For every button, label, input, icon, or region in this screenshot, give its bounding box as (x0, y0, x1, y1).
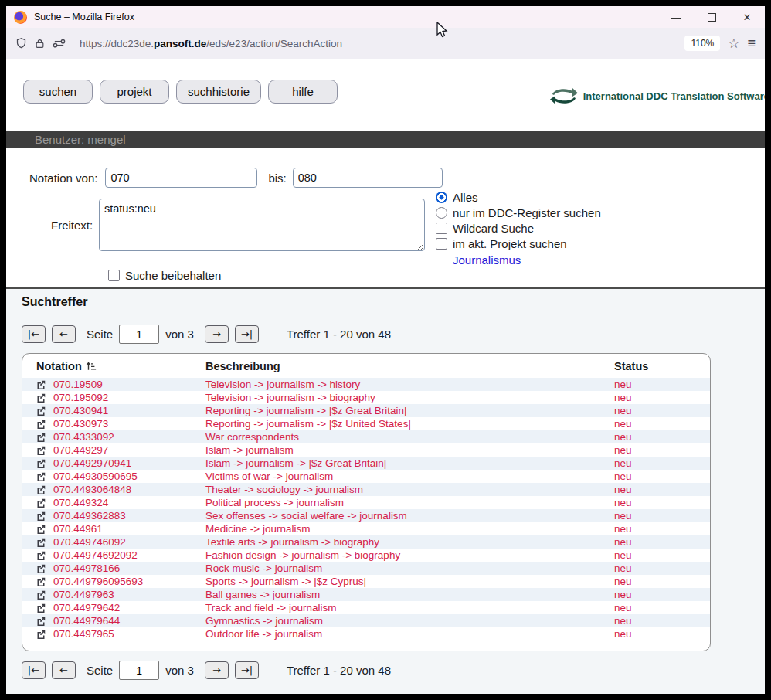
notation-link[interactable]: 070.44978166 (53, 562, 120, 574)
external-link-icon[interactable] (36, 617, 53, 626)
notation-link[interactable]: 070.44930590695 (53, 471, 138, 482)
notation-link[interactable]: 070.44979642 (53, 602, 120, 613)
radio-register-icon[interactable] (436, 207, 447, 219)
external-link-icon[interactable] (36, 538, 53, 547)
header-status[interactable]: Status (614, 360, 648, 372)
external-link-icon[interactable] (36, 590, 53, 600)
external-link-icon[interactable] (36, 433, 53, 442)
checkbox-keep-search-icon[interactable] (108, 270, 120, 281)
last-page-button[interactable]: →| (235, 325, 259, 343)
hamburger-menu-icon[interactable]: ≡ (747, 36, 756, 52)
external-link-icon[interactable] (36, 564, 53, 573)
prev-page-button[interactable]: ← (52, 325, 76, 343)
radio-alles-checked-icon[interactable] (436, 192, 447, 203)
notation-link[interactable]: 070.449324 (53, 497, 108, 508)
notation-link[interactable]: 070.430973 (53, 418, 108, 430)
notation-link[interactable]: 070.195092 (53, 392, 108, 403)
nav-button-projekt[interactable]: projekt (100, 80, 169, 104)
notation-link[interactable]: 070.44974692092 (53, 549, 138, 561)
notation-link[interactable]: 070.19509 (53, 379, 103, 390)
status-text: neu (614, 431, 632, 443)
next-page-button[interactable]: → (205, 661, 229, 679)
external-link-icon[interactable] (36, 420, 53, 429)
notation-link[interactable]: 070.44979644 (53, 615, 120, 627)
notation-link[interactable]: 070.449297 (53, 444, 108, 456)
external-link-icon[interactable] (36, 551, 53, 560)
option-projekt[interactable]: im akt. Projekt suchen (436, 236, 601, 251)
bookmark-star-icon[interactable]: ☆ (728, 36, 739, 52)
page-number-input[interactable] (119, 661, 159, 680)
project-link[interactable]: Journalismus (453, 253, 521, 267)
checkbox-wildcard-icon[interactable] (436, 223, 447, 234)
keep-search-option[interactable]: Suche beibehalten (108, 269, 221, 282)
notation-to-input[interactable] (293, 168, 443, 188)
nav-button-suchen[interactable]: suchen (23, 80, 93, 104)
permissions-icon[interactable] (53, 39, 66, 49)
status-text: neu (614, 497, 632, 508)
header-notation[interactable]: Notation (36, 360, 82, 372)
table-row: 070.44979644 Gymnastics -> journalism ne… (22, 614, 710, 627)
notation-link[interactable]: 070.449796095693 (53, 576, 143, 587)
external-link-icon[interactable] (36, 406, 53, 416)
external-link-icon[interactable] (36, 630, 53, 639)
last-page-button[interactable]: →| (235, 661, 259, 679)
external-link-icon[interactable] (36, 577, 53, 586)
notation-link[interactable]: 070.44961 (53, 523, 103, 535)
notation-link[interactable]: 070.449362883 (53, 510, 126, 522)
seite-label: Seite (87, 664, 113, 677)
notation-from-input[interactable] (105, 168, 257, 188)
shield-icon[interactable] (15, 37, 27, 49)
notation-von-label: Notation von: (29, 172, 97, 185)
first-page-button[interactable]: |← (22, 661, 46, 679)
nav-button-suchhistorie[interactable]: suchhistorie (176, 80, 261, 104)
freitext-label: Freitext: (51, 219, 93, 232)
beschreibung-text: Outdoor life -> journalism (205, 628, 614, 640)
external-link-icon[interactable] (36, 525, 53, 534)
table-row: 070.449324 Political process -> journali… (22, 496, 710, 509)
minimize-button[interactable]: — (658, 6, 694, 28)
option-alles[interactable]: Alles (436, 189, 601, 205)
search-options: Alles nur im DDC-Register suchen Wildcar… (436, 189, 601, 267)
notation-link[interactable]: 070.4333092 (53, 431, 114, 443)
external-link-icon[interactable] (36, 380, 53, 389)
table-row: 070.44961 Medicine -> journalism neu (22, 522, 710, 535)
zoom-level-indicator[interactable]: 110% (684, 36, 720, 51)
table-row: 070.430973 Reporting -> journalism -> |$… (22, 417, 710, 430)
option-wildcard[interactable]: Wildcard Suche (436, 220, 601, 236)
sort-ascending-icon[interactable] (86, 361, 97, 371)
external-link-icon[interactable] (36, 446, 53, 455)
next-page-button[interactable]: → (205, 325, 229, 343)
lock-icon[interactable] (35, 38, 45, 49)
prev-page-button[interactable]: ← (52, 661, 76, 679)
external-link-icon[interactable] (36, 393, 53, 403)
external-link-icon[interactable] (36, 511, 53, 521)
freitext-textarea[interactable] (99, 199, 425, 251)
external-link-icon[interactable] (36, 472, 53, 481)
notation-link[interactable]: 070.4492970941 (53, 457, 131, 469)
nav-button-hilfe[interactable]: hilfe (268, 80, 338, 104)
header-beschreibung[interactable]: Beschreibung (205, 360, 614, 372)
external-link-icon[interactable] (36, 485, 53, 494)
url-text[interactable]: https://ddc23de.pansoft.de/eds/e23/actio… (80, 38, 677, 49)
checkbox-projekt-icon[interactable] (436, 238, 447, 250)
maximize-button[interactable] (694, 6, 729, 28)
table-header-row: Notation Beschreibung Status (22, 354, 710, 378)
notation-link[interactable]: 070.4497965 (53, 628, 114, 640)
status-text: neu (614, 602, 632, 613)
notation-link[interactable]: 070.430941 (53, 405, 108, 416)
external-link-icon[interactable] (36, 498, 53, 508)
first-page-button[interactable]: |← (22, 325, 46, 343)
option-register-label: nur im DDC-Register suchen (453, 206, 601, 219)
close-button[interactable]: ✕ (729, 6, 765, 28)
notation-link[interactable]: 070.4493064848 (53, 484, 131, 495)
page-number-input[interactable] (119, 325, 159, 344)
external-link-icon[interactable] (36, 459, 53, 468)
table-row: 070.44974692092 Fashion design -> journa… (22, 549, 710, 562)
beschreibung-text: Islam -> journalism (205, 444, 614, 456)
notation-link[interactable]: 070.4497963 (53, 589, 114, 600)
option-ddc-register[interactable]: nur im DDC-Register suchen (436, 205, 601, 220)
external-link-icon[interactable] (36, 603, 53, 613)
beschreibung-text: Fashion design -> journalism -> biograph… (205, 549, 614, 561)
status-text: neu (614, 405, 632, 416)
notation-link[interactable]: 070.449746092 (53, 536, 126, 548)
